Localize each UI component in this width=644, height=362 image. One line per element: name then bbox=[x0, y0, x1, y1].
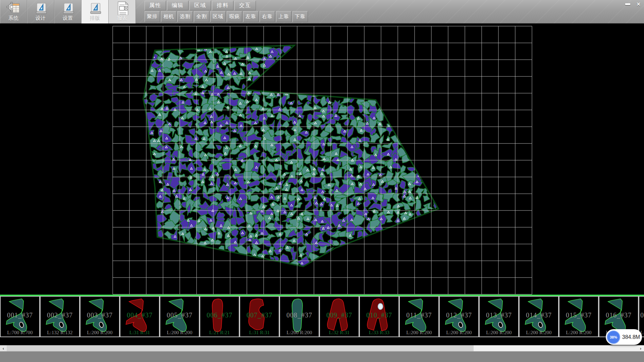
memory-usage-text: 384.8M bbox=[620, 334, 642, 340]
mode-button-5[interactable]: 报表 bbox=[109, 0, 136, 23]
part-thumbnail-13[interactable]: 013_#37L:200 R:200 bbox=[479, 296, 519, 337]
mode-label: 系统 bbox=[8, 15, 18, 21]
tool-button-3[interactable]: 选割 bbox=[177, 11, 193, 22]
tool-button-6[interactable]: 瑕疵 bbox=[227, 11, 242, 22]
part-id: 004_#37 bbox=[120, 311, 159, 319]
workspace bbox=[0, 23, 644, 295]
part-id: 0 bbox=[639, 311, 644, 319]
menu-button-4[interactable]: 排料 bbox=[212, 1, 233, 10]
menu-button-2[interactable]: 编辑 bbox=[167, 1, 189, 10]
close-button[interactable]: ✕ bbox=[634, 1, 643, 8]
part-counts: L:33 R:33 bbox=[360, 330, 398, 336]
part-id: 010_#37 bbox=[360, 311, 398, 319]
part-id: 008_#37 bbox=[280, 311, 319, 319]
progress-badge[interactable]: 38% 384.8M bbox=[606, 329, 642, 345]
tool-button-8[interactable]: 右靠 bbox=[260, 11, 275, 22]
part-counts: L:700 R:700 bbox=[1, 330, 39, 336]
part-id: 001_#37 bbox=[1, 311, 39, 319]
status-bar bbox=[0, 351, 644, 362]
part-id: 009_#37 bbox=[320, 311, 359, 319]
tool-button-4[interactable]: 全割 bbox=[194, 11, 209, 22]
part-counts: L:200 R:200 bbox=[440, 330, 478, 336]
part-counts: L:200 R:200 bbox=[80, 330, 119, 336]
report-icon bbox=[115, 0, 129, 15]
part-id: 005_#37 bbox=[160, 311, 199, 319]
part-counts: L:200 R:200 bbox=[480, 330, 518, 336]
part-thumbnail-6[interactable]: 006_#37L:21 R:21 bbox=[200, 296, 239, 337]
mode-button-4[interactable]: 排版 bbox=[82, 0, 109, 23]
mode-label: 设计 bbox=[36, 15, 46, 21]
mode-button-1[interactable]: 系统 bbox=[0, 0, 27, 23]
layout-icon bbox=[88, 0, 102, 15]
part-thumbnail-8[interactable]: 008_#37L:200 R:200 bbox=[279, 296, 319, 337]
part-id: 013_#37 bbox=[480, 311, 518, 319]
tool-bar: 聚排相机选割全割区域瑕疵左靠右靠上靠下靠 bbox=[145, 11, 308, 21]
mode-switcher: 系统设计设置排版报表 bbox=[0, 0, 136, 23]
tool-button-9[interactable]: 上靠 bbox=[276, 11, 291, 22]
part-id: 006_#37 bbox=[200, 311, 239, 319]
tool-button-5[interactable]: 区域 bbox=[210, 11, 226, 22]
part-id: 007_#37 bbox=[240, 311, 279, 319]
part-counts: L:200 R:200 bbox=[520, 330, 558, 336]
part-thumbnail-7[interactable]: 007_#37L:31 R:31 bbox=[239, 296, 279, 337]
design-icon bbox=[33, 0, 48, 15]
part-counts: L:200 R:200 bbox=[160, 330, 199, 336]
part-thumbnail-3[interactable]: 003_#37L:200 R:200 bbox=[80, 296, 120, 337]
part-id: 012_#37 bbox=[440, 311, 478, 319]
minimize-button[interactable] bbox=[623, 1, 632, 8]
close-icon: ✕ bbox=[636, 1, 641, 7]
menu-button-5[interactable]: 交互 bbox=[234, 1, 256, 10]
part-thumbnail-1[interactable]: 001_#37L:700 R:700 bbox=[0, 296, 40, 337]
progress-circle: 38% bbox=[607, 330, 620, 344]
part-id: 003_#37 bbox=[80, 311, 119, 319]
part-thumbnail-15[interactable]: 015_#37L:200 R:200 bbox=[559, 296, 599, 337]
part-counts: L:200 R:200 bbox=[400, 330, 438, 336]
menu-button-1[interactable]: 属性 bbox=[145, 1, 166, 10]
part-thumbnail-12[interactable]: 012_#37L:200 R:200 bbox=[439, 296, 479, 337]
part-id: 011_#37 bbox=[400, 311, 438, 319]
part-thumbnail-4[interactable]: 004_#37L:31 R:31 bbox=[120, 296, 160, 337]
scroll-right-button[interactable]: › bbox=[637, 345, 644, 351]
part-thumbnail-5[interactable]: 005_#37L:200 R:200 bbox=[160, 296, 200, 337]
part-thumbnail-11[interactable]: 011_#37L:200 R:200 bbox=[399, 296, 439, 337]
part-counts: L:31 R:31 bbox=[120, 330, 159, 336]
settings-icon bbox=[60, 0, 75, 15]
scrollbar-thumb[interactable] bbox=[7, 345, 474, 351]
nesting-canvas[interactable] bbox=[0, 23, 644, 295]
menu-bar: 属性编辑区域排料交互 bbox=[145, 1, 256, 10]
mode-label: 设置 bbox=[63, 15, 73, 21]
part-id: 002_#37 bbox=[41, 311, 79, 319]
part-counts: L:200 R:200 bbox=[559, 330, 598, 336]
tool-button-2[interactable]: 相机 bbox=[161, 11, 176, 22]
part-thumbnail-14[interactable]: 014_#37L:200 R:200 bbox=[519, 296, 559, 337]
mode-label: 排版 bbox=[90, 15, 100, 21]
mode-button-3[interactable]: 设置 bbox=[54, 0, 82, 23]
tool-button-7[interactable]: 左靠 bbox=[243, 11, 259, 22]
part-thumbnail-9[interactable]: 009_#37L:32 R:31 bbox=[319, 296, 359, 337]
tool-button-1[interactable]: 聚排 bbox=[145, 11, 160, 22]
strip-gap bbox=[0, 338, 644, 345]
part-counts: L:21 R:21 bbox=[200, 330, 239, 336]
minimize-icon bbox=[625, 3, 630, 5]
part-counts: L:32 R:31 bbox=[320, 330, 359, 336]
part-counts: L:132 R:132 bbox=[41, 330, 79, 336]
system-icon bbox=[6, 0, 21, 15]
scroll-left-button[interactable]: ‹ bbox=[0, 345, 7, 351]
piece-hole bbox=[378, 303, 383, 309]
strip-scrollbar: ‹ › bbox=[0, 345, 644, 351]
window-controls: ✕ bbox=[623, 1, 643, 8]
part-counts: L:200 R:200 bbox=[280, 330, 319, 336]
tool-button-10[interactable]: 下靠 bbox=[292, 11, 308, 22]
parts-strip: 001_#37L:700 R:700002_#37L:132 R:132003_… bbox=[0, 296, 644, 338]
toolbar: 系统设计设置排版报表 属性编辑区域排料交互 聚排相机选割全割区域瑕疵左靠右靠上靠… bbox=[0, 0, 644, 23]
menu-button-3[interactable]: 区域 bbox=[190, 1, 211, 10]
part-id: 014_#37 bbox=[520, 311, 558, 319]
part-thumbnail-10[interactable]: 010_#37L:33 R:33 bbox=[359, 296, 399, 337]
mode-button-2[interactable]: 设计 bbox=[27, 0, 54, 23]
part-thumbnail-2[interactable]: 002_#37L:132 R:132 bbox=[40, 296, 80, 337]
part-id: 016_#37 bbox=[599, 311, 638, 319]
part-id: 015_#37 bbox=[559, 311, 598, 319]
mode-label: 报表 bbox=[117, 15, 127, 21]
part-counts: L:31 R:31 bbox=[240, 330, 279, 336]
